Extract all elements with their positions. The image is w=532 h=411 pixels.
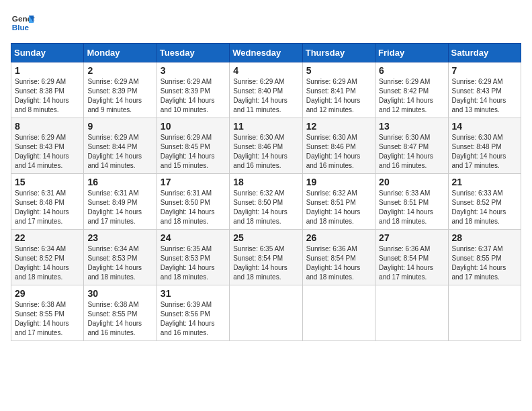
day-number: 27 [379, 232, 444, 243]
weekday-header-saturday: Saturday [448, 44, 521, 62]
day-info: Sunrise: 6:34 AMSunset: 8:53 PMDaylight:… [87, 244, 152, 282]
weekday-header-thursday: Thursday [302, 44, 375, 62]
calendar-cell: 20Sunrise: 6:33 AMSunset: 8:51 PMDayligh… [375, 174, 448, 230]
day-number: 29 [15, 288, 80, 299]
calendar-cell [230, 285, 302, 341]
calendar-cell: 6Sunrise: 6:29 AMSunset: 8:42 PMDaylight… [375, 62, 448, 118]
calendar-cell: 18Sunrise: 6:32 AMSunset: 8:50 PMDayligh… [230, 174, 302, 230]
calendar-week-2: 8Sunrise: 6:29 AMSunset: 8:43 PMDaylight… [11, 118, 521, 174]
day-info: Sunrise: 6:38 AMSunset: 8:55 PMDaylight:… [87, 300, 152, 338]
day-number: 6 [379, 65, 444, 76]
day-number: 4 [233, 65, 298, 76]
day-number: 2 [87, 65, 152, 76]
day-info: Sunrise: 6:30 AMSunset: 8:47 PMDaylight:… [379, 133, 444, 171]
day-info: Sunrise: 6:32 AMSunset: 8:50 PMDaylight:… [233, 189, 298, 226]
day-info: Sunrise: 6:33 AMSunset: 8:52 PMDaylight:… [452, 189, 517, 226]
calendar-cell: 15Sunrise: 6:31 AMSunset: 8:48 PMDayligh… [11, 174, 84, 230]
day-info: Sunrise: 6:31 AMSunset: 8:48 PMDaylight:… [15, 189, 80, 226]
weekday-header-tuesday: Tuesday [157, 44, 229, 62]
day-number: 18 [233, 177, 298, 187]
calendar-cell: 3Sunrise: 6:29 AMSunset: 8:39 PMDaylight… [157, 62, 229, 118]
day-number: 14 [452, 121, 517, 132]
day-info: Sunrise: 6:30 AMSunset: 8:46 PMDaylight:… [233, 133, 298, 171]
day-info: Sunrise: 6:38 AMSunset: 8:55 PMDaylight:… [15, 300, 80, 338]
weekday-header-friday: Friday [375, 44, 448, 62]
day-info: Sunrise: 6:29 AMSunset: 8:45 PMDaylight:… [161, 133, 226, 171]
day-info: Sunrise: 6:29 AMSunset: 8:39 PMDaylight:… [161, 77, 226, 115]
calendar-cell [375, 285, 448, 341]
day-number: 10 [161, 121, 226, 132]
day-info: Sunrise: 6:29 AMSunset: 8:42 PMDaylight:… [379, 77, 444, 115]
day-number: 1 [15, 65, 80, 76]
day-number: 23 [87, 232, 152, 243]
logo-icon: General Blue [11, 11, 35, 35]
day-info: Sunrise: 6:29 AMSunset: 8:38 PMDaylight:… [15, 77, 80, 115]
day-info: Sunrise: 6:32 AMSunset: 8:51 PMDaylight:… [306, 189, 371, 226]
day-info: Sunrise: 6:33 AMSunset: 8:51 PMDaylight:… [379, 189, 444, 226]
calendar-cell: 10Sunrise: 6:29 AMSunset: 8:45 PMDayligh… [157, 118, 229, 174]
day-number: 15 [15, 177, 80, 187]
day-number: 3 [161, 65, 226, 76]
calendar-cell: 16Sunrise: 6:31 AMSunset: 8:49 PMDayligh… [84, 174, 157, 230]
calendar-cell [448, 285, 521, 341]
weekday-header-row: SundayMondayTuesdayWednesdayThursdayFrid… [11, 44, 521, 62]
calendar-cell: 21Sunrise: 6:33 AMSunset: 8:52 PMDayligh… [448, 174, 521, 230]
calendar-cell: 25Sunrise: 6:35 AMSunset: 8:54 PMDayligh… [230, 230, 302, 285]
svg-text:Blue: Blue [12, 23, 30, 32]
day-number: 22 [15, 232, 80, 243]
day-number: 24 [161, 232, 226, 243]
calendar-week-4: 22Sunrise: 6:34 AMSunset: 8:52 PMDayligh… [11, 230, 521, 285]
day-info: Sunrise: 6:29 AMSunset: 8:44 PMDaylight:… [87, 133, 152, 171]
calendar-cell: 1Sunrise: 6:29 AMSunset: 8:38 PMDaylight… [11, 62, 84, 118]
day-number: 19 [306, 177, 371, 187]
day-info: Sunrise: 6:30 AMSunset: 8:48 PMDaylight:… [452, 133, 517, 171]
day-info: Sunrise: 6:35 AMSunset: 8:54 PMDaylight:… [233, 244, 298, 282]
day-number: 26 [306, 232, 371, 243]
calendar-cell: 8Sunrise: 6:29 AMSunset: 8:43 PMDaylight… [11, 118, 84, 174]
day-info: Sunrise: 6:29 AMSunset: 8:40 PMDaylight:… [233, 77, 298, 115]
day-number: 31 [161, 288, 226, 299]
calendar-cell [302, 285, 375, 341]
calendar-cell: 4Sunrise: 6:29 AMSunset: 8:40 PMDaylight… [230, 62, 302, 118]
calendar-cell: 17Sunrise: 6:31 AMSunset: 8:50 PMDayligh… [157, 174, 229, 230]
day-info: Sunrise: 6:39 AMSunset: 8:56 PMDaylight:… [161, 300, 226, 338]
calendar-cell: 11Sunrise: 6:30 AMSunset: 8:46 PMDayligh… [230, 118, 302, 174]
day-info: Sunrise: 6:29 AMSunset: 8:43 PMDaylight:… [452, 77, 517, 115]
day-number: 21 [452, 177, 517, 187]
day-number: 9 [87, 121, 152, 132]
calendar-cell: 29Sunrise: 6:38 AMSunset: 8:55 PMDayligh… [11, 285, 84, 341]
weekday-header-sunday: Sunday [11, 44, 84, 62]
calendar-cell: 5Sunrise: 6:29 AMSunset: 8:41 PMDaylight… [302, 62, 375, 118]
calendar-cell: 2Sunrise: 6:29 AMSunset: 8:39 PMDaylight… [84, 62, 157, 118]
calendar-cell: 31Sunrise: 6:39 AMSunset: 8:56 PMDayligh… [157, 285, 229, 341]
calendar-cell: 27Sunrise: 6:36 AMSunset: 8:54 PMDayligh… [375, 230, 448, 285]
day-info: Sunrise: 6:36 AMSunset: 8:54 PMDaylight:… [379, 244, 444, 282]
day-info: Sunrise: 6:35 AMSunset: 8:53 PMDaylight:… [161, 244, 226, 282]
weekday-header-monday: Monday [84, 44, 157, 62]
calendar-cell: 26Sunrise: 6:36 AMSunset: 8:54 PMDayligh… [302, 230, 375, 285]
day-number: 25 [233, 232, 298, 243]
day-number: 13 [379, 121, 444, 132]
day-info: Sunrise: 6:30 AMSunset: 8:46 PMDaylight:… [306, 133, 371, 171]
calendar-cell: 13Sunrise: 6:30 AMSunset: 8:47 PMDayligh… [375, 118, 448, 174]
calendar-table: SundayMondayTuesdayWednesdayThursdayFrid… [11, 43, 521, 341]
day-number: 11 [233, 121, 298, 132]
day-number: 17 [161, 177, 226, 187]
logo: General Blue [11, 11, 35, 35]
calendar-cell: 24Sunrise: 6:35 AMSunset: 8:53 PMDayligh… [157, 230, 229, 285]
calendar-cell: 14Sunrise: 6:30 AMSunset: 8:48 PMDayligh… [448, 118, 521, 174]
day-info: Sunrise: 6:37 AMSunset: 8:55 PMDaylight:… [452, 244, 517, 282]
calendar-cell: 30Sunrise: 6:38 AMSunset: 8:55 PMDayligh… [84, 285, 157, 341]
day-info: Sunrise: 6:36 AMSunset: 8:54 PMDaylight:… [306, 244, 371, 282]
calendar-cell: 22Sunrise: 6:34 AMSunset: 8:52 PMDayligh… [11, 230, 84, 285]
day-number: 30 [87, 288, 152, 299]
calendar-week-1: 1Sunrise: 6:29 AMSunset: 8:38 PMDaylight… [11, 62, 521, 118]
day-number: 20 [379, 177, 444, 187]
calendar-cell: 12Sunrise: 6:30 AMSunset: 8:46 PMDayligh… [302, 118, 375, 174]
header: General Blue [11, 11, 521, 35]
day-number: 12 [306, 121, 371, 132]
day-info: Sunrise: 6:31 AMSunset: 8:50 PMDaylight:… [161, 189, 226, 226]
day-info: Sunrise: 6:29 AMSunset: 8:41 PMDaylight:… [306, 77, 371, 115]
day-number: 28 [452, 232, 517, 243]
calendar-week-3: 15Sunrise: 6:31 AMSunset: 8:48 PMDayligh… [11, 174, 521, 230]
